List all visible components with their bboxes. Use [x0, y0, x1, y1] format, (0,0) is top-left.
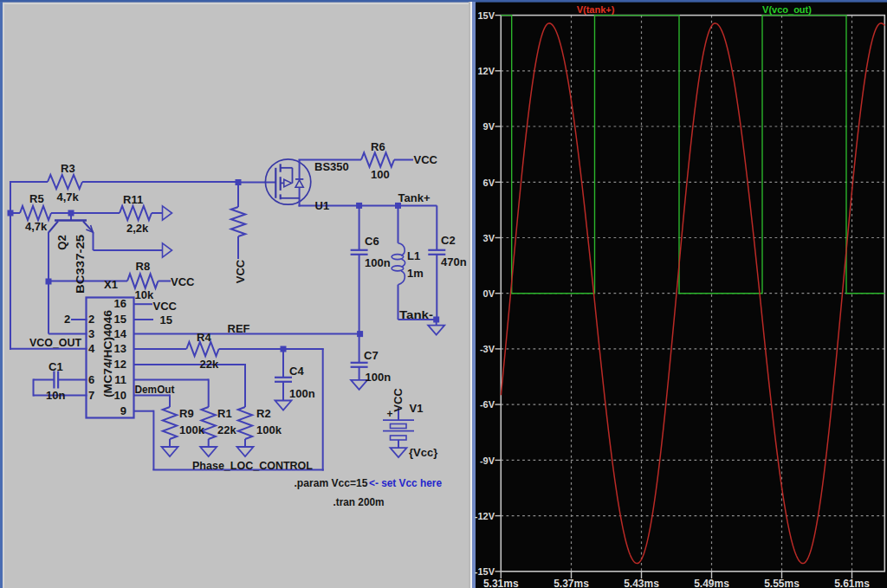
svg-text:VCC: VCC	[153, 300, 178, 313]
svg-text:22k: 22k	[217, 423, 236, 436]
svg-text:(MC74/HC)4046: (MC74/HC)4046	[101, 310, 114, 397]
svg-text:V(tank+): V(tank+)	[577, 4, 615, 15]
svg-text:100k: 100k	[179, 423, 205, 436]
svg-text:-6V: -6V	[480, 399, 495, 410]
svg-text:{Vcc}: {Vcc}	[409, 446, 437, 459]
svg-text:R3: R3	[61, 162, 75, 175]
svg-text:2: 2	[88, 313, 94, 326]
svg-text:0V: 0V	[483, 288, 495, 299]
svg-text:-9V: -9V	[480, 456, 495, 466]
svg-text:R6: R6	[371, 140, 385, 153]
svg-text:100n: 100n	[289, 387, 315, 400]
svg-text:9V: 9V	[483, 121, 495, 132]
svg-text:U1: U1	[315, 199, 330, 212]
svg-text:4,7k: 4,7k	[57, 191, 80, 204]
svg-text:VCC: VCC	[392, 388, 405, 412]
svg-text:BS350: BS350	[314, 160, 349, 173]
svg-text:100n: 100n	[365, 256, 391, 269]
svg-text:V(vco_out): V(vco_out)	[762, 4, 812, 15]
svg-text:15: 15	[160, 313, 172, 326]
svg-text:-3V: -3V	[480, 344, 495, 354]
svg-text:Phase_LOC_CONTROL: Phase_LOC_CONTROL	[192, 459, 313, 472]
svg-text:5.43ms: 5.43ms	[624, 578, 659, 588]
svg-text:100: 100	[371, 168, 390, 181]
svg-text:5.61ms: 5.61ms	[834, 578, 870, 588]
svg-text:R11: R11	[123, 193, 143, 206]
svg-text:11: 11	[114, 373, 126, 386]
svg-text:C1: C1	[49, 360, 63, 373]
svg-text:<- set Vcc here: <- set Vcc here	[369, 476, 442, 489]
svg-text:C6: C6	[365, 235, 379, 248]
svg-text:100k: 100k	[256, 423, 282, 436]
svg-text:9: 9	[120, 404, 126, 417]
svg-text:5.37ms: 5.37ms	[554, 578, 589, 588]
svg-text:12: 12	[114, 358, 126, 371]
svg-text:3: 3	[88, 327, 94, 340]
svg-text:10n: 10n	[46, 389, 65, 402]
svg-text:Tank+: Tank+	[398, 191, 431, 204]
svg-text:100n: 100n	[366, 371, 392, 384]
svg-text:REF: REF	[228, 322, 250, 335]
svg-text:-12V: -12V	[475, 511, 495, 521]
svg-text:VCO_OUT: VCO_OUT	[29, 336, 81, 349]
svg-text:VCC: VCC	[171, 275, 195, 288]
svg-text:BC337-25: BC337-25	[74, 235, 87, 294]
svg-text:12V: 12V	[477, 66, 495, 76]
svg-text:7: 7	[88, 389, 94, 402]
svg-text:C4: C4	[289, 365, 304, 378]
svg-text:+: +	[387, 408, 393, 420]
svg-text:22k: 22k	[200, 358, 219, 371]
svg-text:VCC: VCC	[234, 259, 247, 283]
svg-text:L1: L1	[407, 249, 420, 262]
svg-text:R4: R4	[197, 331, 211, 344]
svg-text:C7: C7	[364, 349, 379, 362]
svg-text:R1: R1	[217, 407, 232, 420]
svg-text:1m: 1m	[407, 267, 424, 280]
svg-text:5.31ms: 5.31ms	[483, 578, 519, 588]
svg-text:2,2k: 2,2k	[126, 222, 149, 235]
svg-text:10k: 10k	[135, 288, 154, 301]
svg-text:VCC: VCC	[414, 153, 438, 166]
svg-text:15: 15	[114, 313, 126, 326]
svg-text:Tank-: Tank-	[399, 308, 433, 321]
svg-text:R2: R2	[256, 407, 271, 420]
svg-text:V1: V1	[410, 402, 424, 415]
svg-text:15V: 15V	[477, 10, 495, 21]
svg-text:4: 4	[88, 342, 95, 355]
svg-text:R8: R8	[136, 260, 151, 273]
svg-text:R5: R5	[29, 192, 44, 205]
svg-text:3V: 3V	[483, 233, 495, 243]
svg-text:.param Vcc=15: .param Vcc=15	[295, 476, 368, 489]
svg-text:13: 13	[114, 342, 126, 355]
svg-text:5.49ms: 5.49ms	[694, 578, 729, 588]
svg-text:.tran 200m: .tran 200m	[333, 495, 385, 508]
svg-text:14: 14	[114, 327, 127, 340]
svg-text:16: 16	[114, 297, 126, 310]
svg-text:6V: 6V	[483, 178, 495, 188]
svg-text:470n: 470n	[441, 255, 467, 268]
svg-text:5.55ms: 5.55ms	[764, 578, 800, 588]
svg-text:4,7k: 4,7k	[25, 220, 48, 233]
svg-text:DemOut: DemOut	[135, 383, 176, 396]
svg-text:R9: R9	[179, 407, 194, 420]
svg-text:X1: X1	[104, 278, 118, 291]
svg-text:-15V: -15V	[475, 566, 495, 577]
svg-text:2: 2	[64, 313, 70, 326]
svg-text:C2: C2	[441, 234, 456, 247]
svg-text:6: 6	[88, 373, 94, 386]
svg-text:Q2: Q2	[55, 235, 68, 249]
svg-text:10: 10	[114, 389, 126, 402]
